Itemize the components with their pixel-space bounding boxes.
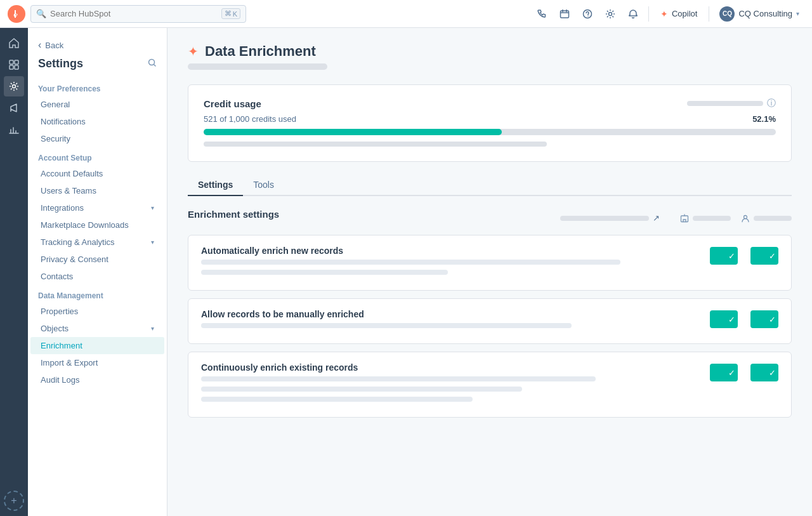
col-header-building [680,214,731,223]
search-bar[interactable]: 🔍 ⌘ K [30,5,246,23]
credit-usage-text: 521 of 1,000 credits used [204,114,296,124]
copilot-button[interactable]: ✦ Copilot [654,6,704,22]
nav-icons: ✦ Copilot CQ CQ Consulting ▾ [532,4,804,24]
tab-tools[interactable]: Tools [243,175,284,196]
sidebar-item-security[interactable]: Security [30,130,164,147]
notifications-icon-btn[interactable] [623,4,643,24]
credit-percentage: 52.1% [752,114,776,124]
icon-rail: + [0,28,28,516]
sidebar-item-import-export[interactable]: Import & Export [30,354,164,371]
nav-divider [648,6,649,22]
phone-icon-btn[interactable] [532,4,552,24]
chevron-down-icon: ▾ [151,325,154,332]
sidebar-item-tracking-analytics[interactable]: Tracking & Analytics ▾ [30,234,164,251]
setting-row-manual-enrich: Allow records to be manually enriched ✓ … [188,298,792,344]
progress-bar-fill [204,129,502,135]
calendar-icon-btn[interactable] [554,4,575,24]
tab-settings[interactable]: Settings [188,175,243,196]
check-icon: ✓ [728,368,735,378]
sidebar-item-audit-logs[interactable]: Audit Logs [30,371,164,388]
search-input[interactable] [50,9,218,18]
main-layout: + ‹ Back Settings Your Preferences Gener… [0,28,812,516]
chevron-down-icon: ▾ [151,239,154,246]
page-header: ✦ Data Enrichment [188,43,792,60]
sidebar-item-privacy-consent[interactable]: Privacy & Consent [30,251,164,268]
check-icon: ✓ [769,368,776,378]
back-button[interactable]: ‹ Back [28,36,167,57]
info-icon[interactable]: ⓘ [767,98,776,109]
toggle-manual-enrich-2[interactable]: ✓ [750,310,778,328]
page-title: Data Enrichment [205,43,316,60]
settings-icon-btn[interactable] [600,4,620,24]
toggle-continuous-enrich-1[interactable]: ✓ [710,364,738,381]
settings-search-icon[interactable] [148,58,157,69]
rail-dashboard-icon[interactable] [4,55,24,75]
avatar: CQ [719,6,735,22]
svg-point-2 [583,10,591,18]
progress-bar-sub-skeleton [204,142,547,147]
external-link-icon[interactable]: ↗ [653,213,660,223]
sidebar-item-integrations[interactable]: Integrations ▾ [30,199,164,216]
toggle-auto-enrich-2[interactable]: ✓ [750,247,778,265]
svg-rect-5 [10,60,13,64]
rail-home-icon[interactable] [4,33,24,53]
settings-tabs: Settings Tools [188,175,792,196]
sidebar-item-enrichment[interactable]: Enrichment [30,337,164,354]
svg-rect-1 [560,11,568,18]
setting-row-title-auto-enrich: Automatically enrich new records [201,246,695,256]
rail-reports-icon[interactable] [4,119,24,140]
check-icon: ✓ [769,315,776,324]
svg-rect-7 [10,65,13,69]
col-header-person [741,214,792,223]
credit-title: Credit usage [204,98,261,109]
section-header-row: Enrichment settings ↗ [188,209,792,227]
chevron-down-icon: ▾ [151,204,154,211]
sidebar-item-objects[interactable]: Objects ▾ [30,320,164,337]
account-label: CQ Consulting [738,9,792,18]
check-icon: ✓ [728,251,735,261]
page-icon: ✦ [188,44,199,59]
sidebar-section-your-preferences: Your Preferences [28,78,167,96]
hubspot-logo[interactable] [8,5,25,23]
account-button[interactable]: CQ CQ Consulting ▾ [714,4,804,24]
rail-add-button[interactable]: + [4,491,24,511]
sidebar-section-data-management: Data Management [28,285,167,303]
credit-info-right: ⓘ [687,98,776,109]
setting-row-title-manual-enrich: Allow records to be manually enriched [201,309,695,319]
section-title: Enrichment settings [188,209,279,220]
toggle-auto-enrich-1[interactable]: ✓ [710,247,738,265]
enrichment-settings-section: Enrichment settings ↗ [188,209,792,418]
sidebar: ‹ Back Settings Your Preferences General… [28,28,167,516]
back-arrow-icon: ‹ [38,39,41,51]
svg-point-9 [13,85,16,88]
credit-usage-card: Credit usage ⓘ 521 of 1,000 credits used… [188,84,792,162]
setting-row-auto-enrich: Automatically enrich new records ✓ ✓ [188,235,792,291]
toggle-manual-enrich-1[interactable]: ✓ [710,310,738,328]
sidebar-item-marketplace-downloads[interactable]: Marketplace Downloads [30,216,164,234]
toggle-continuous-enrich-2[interactable]: ✓ [750,364,778,381]
rail-settings-icon[interactable] [4,76,24,96]
svg-rect-6 [15,60,18,64]
check-icon: ✓ [728,315,735,324]
sidebar-item-general[interactable]: General [30,96,164,113]
setting-row-title-continuous-enrich: Continuously enrich existing records [201,362,695,373]
main-content: ✦ Data Enrichment Credit usage ⓘ 521 of … [167,28,812,516]
rail-marketing-icon[interactable] [4,98,24,118]
top-navigation: 🔍 ⌘ K ✦ Copilot CQ [0,0,812,28]
search-icon: 🔍 [36,9,46,18]
check-icon: ✓ [769,251,776,261]
sidebar-section-account-setup: Account Setup [28,147,167,165]
sidebar-item-notifications[interactable]: Notifications [30,113,164,130]
svg-point-4 [608,12,612,15]
chevron-down-icon: ▾ [796,10,799,17]
sidebar-title: Settings [28,57,167,78]
sidebar-item-users-teams[interactable]: Users & Teams [30,182,164,199]
page-subtitle-skeleton [188,63,327,70]
svg-point-3 [587,15,588,16]
help-icon-btn[interactable] [577,4,598,24]
sidebar-item-properties[interactable]: Properties [30,303,164,320]
nav-divider-2 [709,6,709,22]
setting-row-continuous-enrich: Continuously enrich existing records ✓ ✓ [188,352,792,418]
sidebar-item-contacts[interactable]: Contacts [30,268,164,285]
sidebar-item-account-defaults[interactable]: Account Defaults [30,165,164,182]
